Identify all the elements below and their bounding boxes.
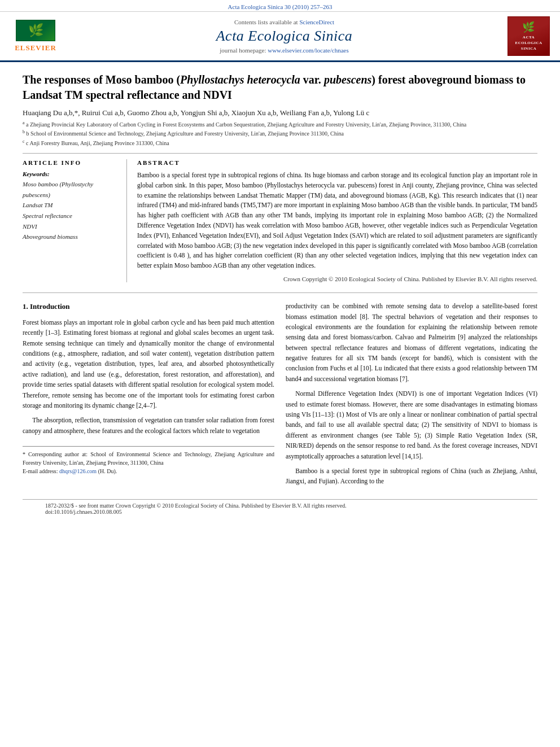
journal-header-center: Contents lists available at ScienceDirec… [61, 19, 508, 54]
authors-line: Huaqiang Du a,b,*, Ruirui Cui a,b, Guomo… [23, 108, 537, 117]
elsevier-logo: ELSEVIER [10, 20, 61, 53]
authors-text: Huaqiang Du a,b,*, Ruirui Cui a,b, Guomo… [23, 108, 369, 117]
abstract-heading: ABSTRACT [137, 159, 537, 166]
intro-para-1: Forest biomass plays an important role i… [23, 317, 274, 411]
keyword-2: Landsat TM [23, 200, 120, 211]
affiliation-a: a a Zhejiang Provincial Key Laboratory o… [23, 120, 537, 129]
doi-line: doi:10.1016/j.chnaes.2010.08.005 [45, 509, 515, 515]
right-para-2: Normal Difference Vegetation Index (NDVI… [286, 388, 537, 461]
abstract-panel: ABSTRACT Bamboo is a special forest type… [137, 159, 537, 282]
abstract-text: Bamboo is a special forest type in subtr… [137, 171, 537, 271]
acta-logo: 🌿 ACTAECOLOGICASINICA [508, 16, 550, 56]
email-label: E-mail address: [23, 468, 58, 474]
intro-para-2: The absorption, reflection, transmission… [23, 415, 274, 436]
body-left-col: 1. Introduction Forest biomass plays an … [23, 301, 274, 491]
main-content: The responses of Moso bamboo (Phyllostac… [0, 62, 560, 518]
homepage-label: journal homepage: [220, 47, 266, 54]
acta-logo-image: 🌿 [522, 21, 535, 34]
title-var2: pubescens [324, 73, 371, 86]
body-right-col: productivity can be combined with remote… [286, 301, 537, 491]
keyword-4: NDVI [23, 221, 120, 232]
contents-available-line: Contents lists available at ScienceDirec… [61, 19, 508, 25]
acta-logo-text: ACTAECOLOGICASINICA [515, 35, 542, 51]
introduction-heading: 1. Introduction [23, 301, 274, 313]
elsevier-wordmark: ELSEVIER [15, 43, 56, 53]
title-var: var. [300, 73, 324, 86]
sciencedirect-link[interactable]: ScienceDirect [299, 19, 334, 25]
elsevier-logo-image [16, 20, 55, 41]
paper-title: The responses of Moso bamboo (Phyllostac… [23, 72, 537, 103]
right-para-1: productivity can be combined with remote… [286, 301, 537, 384]
article-info-panel: ARTICLE INFO Keywords: Moso bamboo (Phyl… [23, 159, 127, 282]
footnote-section: * Corresponding author at: School of Env… [23, 446, 274, 475]
affiliations: a a Zhejiang Provincial Key Laboratory o… [23, 120, 537, 147]
affiliation-b: b b School of Environmental Science and … [23, 129, 537, 138]
right-body: productivity can be combined with remote… [286, 301, 537, 487]
title-italic: Phyllostachys heterocycla [180, 73, 300, 86]
corresponding-author: * Corresponding author at: School of Env… [23, 450, 274, 467]
right-para-3: Bamboo is a special forest type in subtr… [286, 466, 537, 487]
keyword-1: Moso bamboo (Phyllostychy pubescens) [23, 179, 120, 200]
copyright-line: Crown Copyright © 2010 Ecological Societ… [137, 276, 537, 282]
email-link[interactable]: dhqrs@126.com [59, 468, 97, 474]
homepage-url[interactable]: www.elsevier.com/locate/chnaes [268, 47, 348, 54]
keywords-label: Keywords: [23, 171, 120, 177]
email-line: E-mail address: dhqrs@126.com (H. Du). [23, 467, 274, 475]
contents-label: Contents lists available at [234, 19, 298, 25]
affiliation-c: c c Anji Forestry Bureau, Anji, Zhejiang… [23, 138, 537, 147]
article-info-heading: ARTICLE INFO [23, 159, 120, 166]
keyword-5: Aboveground biomass [23, 231, 120, 242]
journal-title: Acta Ecologica Sinica [61, 28, 508, 45]
title-plain: The responses of Moso bamboo ( [23, 73, 180, 86]
keywords-list: Moso bamboo (Phyllostychy pubescens) Lan… [23, 179, 120, 242]
top-bar: Acta Ecologica Sinica 30 (2010) 257–263 [0, 0, 560, 12]
citation-text: Acta Ecologica Sinica 30 (2010) 257–263 [228, 3, 333, 10]
issn-line: 1872-2032/$ - see front matter Crown Cop… [45, 503, 515, 509]
bottom-bar: 1872-2032/$ - see front matter Crown Cop… [23, 499, 537, 518]
body-section: 1. Introduction Forest biomass plays an … [23, 292, 537, 491]
email-person: (H. Du). [98, 468, 117, 474]
intro-body: Forest biomass plays an important role i… [23, 317, 274, 436]
journal-homepage: journal homepage: www.elsevier.com/locat… [61, 47, 508, 54]
article-info-abstract: ARTICLE INFO Keywords: Moso bamboo (Phyl… [23, 153, 537, 282]
keyword-3: Spectral reflectance [23, 211, 120, 221]
journal-header: ELSEVIER Contents lists available at Sci… [0, 12, 560, 62]
